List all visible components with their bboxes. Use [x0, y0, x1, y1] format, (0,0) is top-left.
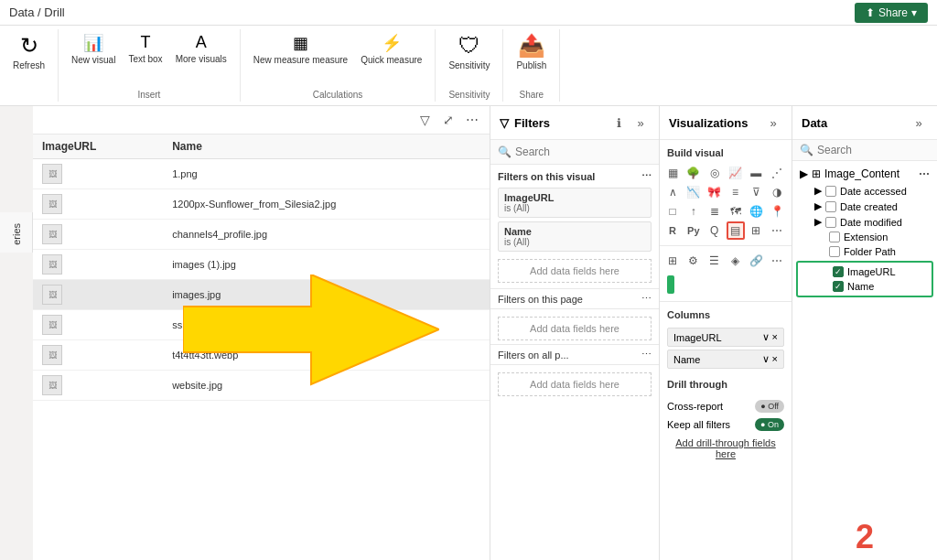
checkbox-date-modified[interactable] [825, 217, 836, 228]
filter-name[interactable]: Name is (All) [498, 221, 652, 252]
viz-kpi[interactable]: ↑ [684, 202, 703, 221]
checkbox-date-created[interactable] [825, 201, 836, 212]
table-row[interactable]: 🖼 1.png [33, 159, 490, 189]
more-options-icon[interactable]: ⋯ [641, 170, 652, 182]
viz-title: Visualizations [669, 116, 748, 130]
chevron-icon2[interactable]: ∨ × [762, 353, 778, 365]
viz-r[interactable]: R [663, 221, 682, 240]
img-thumb: 🖼 [42, 224, 62, 244]
viz-qna[interactable]: Q [705, 221, 724, 240]
viz-area[interactable]: ∧ [663, 183, 682, 201]
column-chip-name[interactable]: Name ∨ × [667, 350, 784, 369]
new-visual-button[interactable]: 📊 New visual [66, 29, 121, 70]
keep-all-filters-toggle[interactable]: ● On [755, 418, 784, 431]
left-sidebar: eries [0, 212, 33, 253]
viz-funnel[interactable]: ⊽ [747, 183, 765, 201]
viz-stacked-bar[interactable]: ▦ [663, 164, 682, 182]
filters-header-icons: ℹ » [609, 113, 650, 132]
filters-search-box[interactable]: 🔍 [490, 140, 659, 165]
tree-item-extension[interactable]: Extension [796, 230, 933, 244]
viz-slicer[interactable]: ≣ [705, 202, 724, 221]
filters-search-input[interactable] [515, 145, 652, 158]
publish-button[interactable]: 📤 Publish [511, 29, 552, 75]
viz-azure-map[interactable]: 📍 [768, 202, 786, 221]
fields-search-input[interactable] [817, 144, 930, 156]
chevron-icon[interactable]: ∨ × [762, 331, 778, 343]
col-header-imageurl: ImageURL [33, 135, 163, 159]
more-options-page-icon[interactable]: ⋯ [641, 293, 652, 305]
checkbox-imageurl[interactable]: ✓ [833, 266, 844, 277]
refresh-button[interactable]: ↻ Refresh [7, 29, 50, 75]
more-icon[interactable]: ⋯ [919, 167, 930, 180]
data-expand-icon[interactable]: » [910, 113, 928, 132]
build-visual-label: Build visual [660, 140, 792, 162]
text-box-button[interactable]: T Text box [123, 29, 167, 69]
share-button[interactable]: ⬆ Share ▾ [855, 3, 928, 23]
quick-measure-button[interactable]: ⚡ Quick measure [355, 29, 427, 70]
viz-gauge[interactable]: ◑ [768, 183, 786, 201]
filter-icon[interactable]: ▽ [415, 110, 435, 130]
viz-field1[interactable]: ⊞ [663, 252, 682, 270]
filters-expand-icon[interactable]: » [631, 113, 650, 132]
viz-field3[interactable]: ☰ [705, 252, 724, 270]
tree-item-folder-path[interactable]: Folder Path [796, 244, 933, 259]
expand-icon[interactable]: ⤢ [438, 110, 458, 130]
add-fields-page-button[interactable]: Add data fields here [498, 317, 652, 340]
checkbox-name[interactable]: ✓ [833, 281, 844, 292]
viz-tree[interactable]: 🌳 [684, 164, 703, 182]
table-row[interactable]: 🖼 images (1).jpg [33, 250, 490, 280]
more-visuals-button[interactable]: A More visuals [170, 29, 232, 69]
tree-item-name[interactable]: ✓ Name [800, 279, 930, 294]
viz-python[interactable]: Py [684, 221, 703, 240]
more-options-all-icon[interactable]: ⋯ [641, 349, 652, 361]
filter-imageurl[interactable]: ImageURL is (All) [498, 188, 652, 218]
viz-donut[interactable]: ◎ [705, 164, 724, 182]
keep-all-filters-row: Keep all filters ● On [667, 415, 784, 434]
viz-expand-icon[interactable]: » [764, 113, 782, 132]
viz-table-selected[interactable]: ▤ [727, 221, 745, 240]
fields-search-box[interactable]: 🔍 [792, 140, 937, 161]
table-row[interactable]: 🖼 channels4_profile.jpg [33, 220, 490, 250]
calculations-group-label: Calculations [248, 90, 428, 102]
table-row[interactable]: 🖼 ssrs2.png [33, 310, 490, 340]
add-fields-visual-button[interactable]: Add data fields here [498, 259, 652, 283]
new-measure-button[interactable]: ▦ New measure measure [248, 29, 353, 70]
column-chip-imageurl[interactable]: ImageURL ∨ × [667, 328, 784, 347]
viz-field2[interactable]: ⚙ [684, 252, 703, 270]
tree-item-date-created[interactable]: ▶ Date created [796, 199, 933, 214]
sidebar-refresh[interactable]: eries [11, 216, 22, 253]
viz-waterfall[interactable]: ≡ [727, 183, 745, 201]
table-row[interactable]: 🖼 images.jpg [33, 280, 490, 310]
viz-bar2[interactable]: ▬ [747, 164, 765, 182]
viz-field6[interactable]: ⋯ [768, 252, 786, 270]
sensitivity-button[interactable]: 🛡 Sensitivity [443, 29, 495, 75]
viz-ribbon[interactable]: 🎀 [705, 183, 724, 201]
viz-more[interactable]: ⋯ [768, 221, 786, 240]
filters-info-icon[interactable]: ℹ [609, 113, 628, 132]
add-drill-button[interactable]: Add drill-through fields here [667, 434, 784, 463]
viz-combo[interactable]: 📉 [684, 183, 703, 201]
tree-item-date-accessed[interactable]: ▶ Date accessed [796, 183, 933, 199]
viz-line[interactable]: 📈 [727, 164, 745, 182]
tree-item-imageurl[interactable]: ✓ ImageURL [800, 264, 930, 279]
cross-report-toggle[interactable]: ● Off [755, 400, 784, 413]
viz-filled-map[interactable]: 🌐 [747, 202, 765, 221]
checkbox-date-accessed[interactable] [825, 186, 836, 197]
cell-imageurl: 🖼 [33, 280, 163, 310]
viz-map[interactable]: 🗺 [727, 202, 745, 221]
viz-card[interactable]: □ [663, 202, 682, 221]
table-row[interactable]: 🖼 1200px-Sunflower_from_Silesia2.jpg [33, 189, 490, 220]
viz-scatter[interactable]: ⋰ [768, 164, 786, 182]
viz-field4[interactable]: ◈ [727, 252, 745, 270]
checkbox-extension[interactable] [829, 232, 840, 242]
viz-matrix[interactable]: ⊞ [747, 221, 765, 240]
tree-group-header[interactable]: ▶ ⊞ Image_Content ⋯ [796, 165, 933, 183]
checkbox-folder-path[interactable] [829, 246, 840, 257]
add-fields-all-button[interactable]: Add data fields here [498, 372, 652, 396]
table-row[interactable]: 🖼 t4t4tt43tt.webp [33, 340, 490, 371]
tree-item-date-modified[interactable]: ▶ Date modified [796, 214, 933, 230]
viz-field5[interactable]: 🔗 [747, 252, 765, 270]
more-icon[interactable]: ⋯ [462, 110, 482, 130]
data-fields-panel: Data » 🔍 ▶ ⊞ Image_Content ⋯ ▶ Date acce… [792, 106, 937, 560]
table-row[interactable]: 🖼 website.jpg [33, 371, 490, 401]
